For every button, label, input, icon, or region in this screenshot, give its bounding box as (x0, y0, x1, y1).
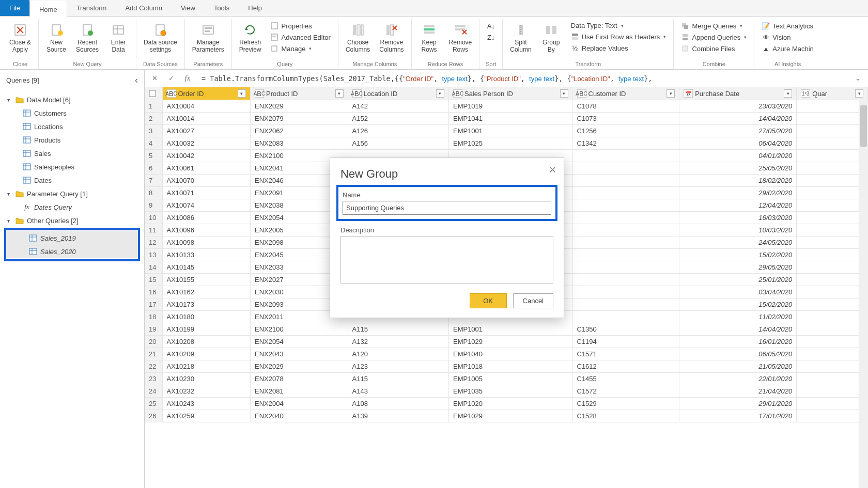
row-number[interactable]: 14 (145, 261, 162, 274)
grid-cell[interactable]: ENX2040 (250, 410, 348, 422)
grid-cell[interactable]: AX10061 (162, 162, 250, 175)
grid-cell[interactable]: C1528 (572, 410, 679, 422)
grid-cell[interactable] (572, 274, 679, 286)
append-queries-button[interactable]: Append Queries▾ (678, 32, 750, 42)
query-item[interactable]: Sales_2020 (6, 245, 138, 258)
grid-cell[interactable]: ENX2081 (250, 385, 348, 398)
grid-cell[interactable]: AX10173 (162, 298, 250, 311)
grid-cell[interactable]: AX10230 (162, 373, 250, 385)
grid-cell[interactable]: AX10098 (162, 237, 250, 249)
grid-cell[interactable]: C1350 (572, 323, 679, 336)
grid-cell[interactable] (797, 237, 868, 249)
vision-button[interactable]: 👁Vision (758, 32, 816, 42)
grid-cell[interactable]: 16/03/2020 (679, 212, 797, 224)
remove-columns-button[interactable]: Remove Columns (376, 20, 407, 56)
tab-tools[interactable]: Tools (205, 0, 239, 16)
group-by-button[interactable]: Group By (538, 20, 565, 56)
grid-cell[interactable]: A115 (348, 373, 448, 385)
first-row-headers-button[interactable]: Use First Row as Headers▾ (568, 32, 670, 42)
group-name-input[interactable] (343, 201, 551, 215)
column-header[interactable]: 1²3Quar▾ (797, 87, 868, 100)
manage-query-button[interactable]: Manage▾ (267, 43, 333, 54)
grid-cell[interactable] (572, 187, 679, 199)
grid-cell[interactable]: 23/03/2020 (679, 100, 797, 113)
row-number[interactable]: 22 (145, 360, 162, 373)
grid-cell[interactable]: AX10004 (162, 100, 250, 113)
group-description-input[interactable] (340, 236, 553, 284)
grid-cell[interactable]: AX10218 (162, 360, 250, 373)
grid-cell[interactable]: A142 (348, 100, 448, 113)
grid-cell[interactable]: 29/01/2020 (679, 398, 797, 410)
grid-cell[interactable]: AX10162 (162, 286, 250, 298)
grid-cell[interactable] (797, 224, 868, 237)
grid-cell[interactable] (572, 212, 679, 224)
collapse-sidebar-icon[interactable]: ‹ (135, 75, 138, 86)
formula-text[interactable]: = Table.TransformColumnTypes(Sales_2017_… (198, 72, 847, 85)
row-number[interactable]: 20 (145, 336, 162, 348)
cancel-button[interactable]: Cancel (513, 293, 553, 308)
row-number[interactable]: 16 (145, 286, 162, 298)
grid-cell[interactable]: EMP1019 (448, 100, 572, 113)
grid-cell[interactable] (797, 360, 868, 373)
enter-data-button[interactable]: Enter Data (105, 20, 132, 56)
grid-cell[interactable]: AX10155 (162, 274, 250, 286)
grid-cell[interactable]: AX10208 (162, 336, 250, 348)
grid-cell[interactable]: C1612 (572, 360, 679, 373)
grid-cell[interactable] (797, 323, 868, 336)
row-number[interactable]: 18 (145, 311, 162, 323)
text-analytics-button[interactable]: 📝Text Analytics (758, 21, 816, 31)
row-number[interactable]: 25 (145, 398, 162, 410)
grid-cell[interactable]: ENX2100 (250, 323, 348, 336)
vertical-scrollbar[interactable] (859, 100, 868, 488)
grid-cell[interactable]: 25/05/2020 (679, 162, 797, 175)
grid-cell[interactable] (572, 237, 679, 249)
cancel-formula-icon[interactable]: ✕ (149, 73, 160, 84)
grid-cell[interactable]: AX10259 (162, 410, 250, 422)
grid-cell[interactable]: 14/04/2020 (679, 323, 797, 336)
row-number[interactable]: 24 (145, 385, 162, 398)
folder-1[interactable]: ▾Parameter Query [1] (0, 187, 144, 200)
row-number[interactable]: 26 (145, 410, 162, 422)
grid-cell[interactable]: EMP1001 (448, 323, 572, 336)
grid-cell[interactable]: AX10243 (162, 398, 250, 410)
grid-cell[interactable]: A152 (348, 113, 448, 125)
row-number[interactable]: 19 (145, 323, 162, 336)
column-header[interactable]: ABCOrder ID▾ (162, 87, 250, 100)
data-source-settings-button[interactable]: Data source settings (141, 20, 180, 56)
refresh-preview-button[interactable]: Refresh Preview (236, 20, 265, 56)
grid-cell[interactable]: ENX2062 (250, 125, 348, 137)
grid-cell[interactable] (572, 311, 679, 323)
grid-cell[interactable] (797, 100, 868, 113)
grid-cell[interactable]: 04/01/2020 (679, 150, 797, 162)
grid-cell[interactable]: 15/02/2020 (679, 249, 797, 261)
query-item[interactable]: Sales_2019 (6, 231, 138, 245)
grid-cell[interactable]: EMP1025 (448, 137, 572, 150)
close-dialog-icon[interactable]: ✕ (547, 162, 559, 178)
grid-cell[interactable] (572, 224, 679, 237)
data-type-button[interactable]: Data Type: Text▾ (568, 21, 670, 30)
grid-cell[interactable]: 12/04/2020 (679, 199, 797, 212)
grid-cell[interactable]: A126 (348, 125, 448, 137)
grid-cell[interactable]: 22/01/2020 (679, 373, 797, 385)
query-item[interactable]: Dates (0, 174, 144, 187)
row-number[interactable]: 3 (145, 125, 162, 137)
grid-cell[interactable]: AX10027 (162, 125, 250, 137)
grid-cell[interactable]: C1529 (572, 398, 679, 410)
tab-home[interactable]: Home (29, 1, 67, 17)
grid-cell[interactable]: C1078 (572, 100, 679, 113)
grid-cell[interactable]: ENX2004 (250, 398, 348, 410)
grid-cell[interactable]: AX10032 (162, 137, 250, 150)
folder-2[interactable]: ▾Other Queries [2] (0, 214, 144, 227)
column-header[interactable]: ABCProduct ID▾ (250, 87, 348, 100)
grid-cell[interactable]: 17/01/2020 (679, 410, 797, 422)
grid-cell[interactable]: 03/04/2020 (679, 286, 797, 298)
expand-formula-icon[interactable]: ⌄ (852, 74, 864, 82)
row-number[interactable]: 21 (145, 348, 162, 360)
tab-view[interactable]: View (172, 0, 205, 16)
grid-cell[interactable]: 18/02/2020 (679, 175, 797, 187)
grid-cell[interactable] (797, 150, 868, 162)
grid-cell[interactable] (797, 336, 868, 348)
grid-cell[interactable]: ENX2043 (250, 348, 348, 360)
row-number[interactable]: 13 (145, 249, 162, 261)
manage-parameters-button[interactable]: Manage Parameters (189, 20, 227, 56)
